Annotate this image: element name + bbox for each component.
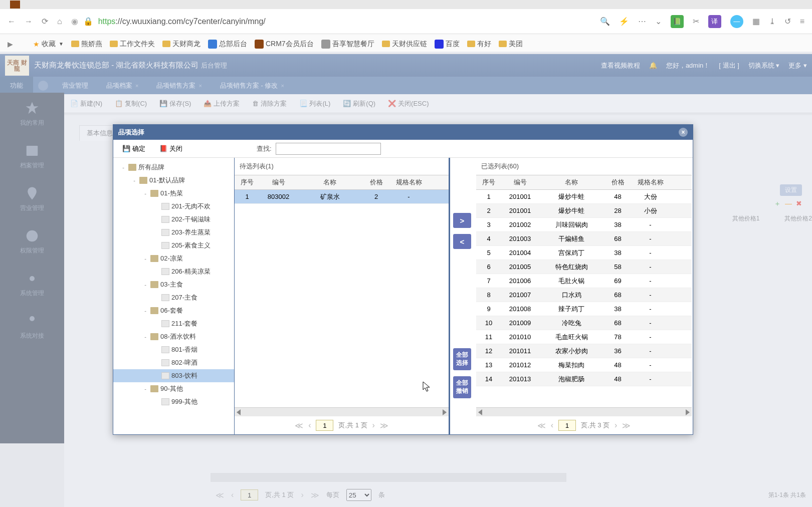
- tree-node[interactable]: 203-养生蒸菜: [113, 226, 234, 239]
- bm-1[interactable]: 工作文件夹: [110, 40, 155, 49]
- tree-node[interactable]: 202-干锅滋味: [113, 213, 234, 226]
- table-row[interactable]: 6201005特色红烧肉58-: [476, 260, 692, 274]
- bm-6[interactable]: 天财供应链: [382, 40, 427, 49]
- table-row[interactable]: 7201006毛肚火锅69-: [476, 274, 692, 288]
- favorites[interactable]: ★收藏▼: [33, 40, 64, 49]
- address-bar[interactable]: ◉ 🔒 https://cy.wuuxiang.com/cy7center/ca…: [71, 17, 591, 26]
- table-row[interactable]: 8201007口水鸡68-: [476, 288, 692, 302]
- table-row[interactable]: 12201011农家小炒肉36-: [476, 344, 692, 358]
- select-all-button[interactable]: 全部选择: [453, 348, 471, 370]
- tree-node[interactable]: 801-香烟: [113, 343, 234, 356]
- table-row[interactable]: 3201002川味回锅肉38-: [476, 218, 692, 232]
- tree-node[interactable]: 205-素食主义: [113, 239, 234, 252]
- pager-last[interactable]: ≫: [622, 421, 631, 430]
- bm-2[interactable]: 天财商龙: [162, 40, 200, 49]
- selected-grid-header: 序号 编号 名称 价格 规格名称: [476, 175, 692, 190]
- browser-toolbar: ← → ⟳ ⌂ ◉ 🔒 https://cy.wuuxiang.com/cy7c…: [0, 9, 812, 34]
- menu-icon[interactable]: ≡: [800, 17, 804, 26]
- app-icon: [208, 40, 217, 49]
- bm-4[interactable]: CRM7会员后台: [255, 40, 314, 49]
- item-select-modal: 品项选择 × 💾确定 📕关闭 查找: -所有品牌-01-默认品牌-01-热菜20…: [113, 124, 693, 435]
- modal-title: 品项选择: [118, 128, 144, 137]
- bm-5[interactable]: 吾享智慧餐厅: [321, 40, 374, 49]
- table-row[interactable]: 11201010毛血旺火锅78-: [476, 330, 692, 344]
- table-row[interactable]: 5201004宫保鸡丁38-: [476, 246, 692, 260]
- sidebar-toggle-icon[interactable]: ▶: [8, 40, 13, 48]
- ext-blue-icon[interactable]: —: [730, 15, 743, 28]
- site-info-icon[interactable]: ◉: [71, 17, 78, 26]
- tree-node[interactable]: 206-精美凉菜: [113, 265, 234, 278]
- close-button[interactable]: 📕关闭: [154, 143, 187, 155]
- table-row[interactable]: 2201001爆炒牛蛙28小份: [476, 204, 692, 218]
- tree-node[interactable]: -02-凉菜: [113, 252, 234, 265]
- tree-node[interactable]: 201-无肉不欢: [113, 200, 234, 213]
- app-icon: [435, 40, 444, 49]
- table-row[interactable]: 1201001爆炒牛蛙48大份: [476, 190, 692, 204]
- translate-icon[interactable]: 译: [708, 15, 721, 28]
- tree-node[interactable]: -01-热菜: [113, 187, 234, 200]
- pager-prev[interactable]: ‹: [308, 421, 311, 430]
- folder-icon: [499, 41, 507, 47]
- tree-node[interactable]: -08-酒水饮料: [113, 330, 234, 343]
- pending-pager: ≪ ‹ 页,共 1 页 › ≫: [235, 416, 449, 434]
- bm-3[interactable]: 总部后台: [208, 40, 247, 49]
- selected-pager: ≪ ‹ 页,共 3 页 › ≫: [476, 416, 692, 434]
- table-row[interactable]: 4201003干煸鳝鱼68-: [476, 232, 692, 246]
- folder-icon: [162, 41, 170, 47]
- h-scrollbar[interactable]: [476, 407, 692, 416]
- col-spec: 规格名称: [632, 178, 669, 187]
- table-row[interactable]: 13201012梅菜扣肉48-: [476, 358, 692, 372]
- move-left-button[interactable]: <: [453, 234, 471, 249]
- col-name: 名称: [297, 178, 362, 187]
- scissors-icon[interactable]: ✂: [693, 17, 699, 26]
- pager-first[interactable]: ≪: [295, 421, 303, 430]
- forward-icon[interactable]: →: [25, 17, 33, 26]
- tree-node[interactable]: -06-套餐: [113, 304, 234, 317]
- col-code: 编号: [501, 178, 539, 187]
- home-icon[interactable]: ⌂: [57, 17, 62, 26]
- pager-prev[interactable]: ‹: [551, 421, 553, 430]
- flash-icon[interactable]: ⚡: [619, 17, 629, 26]
- tree-node[interactable]: 999-其他: [113, 395, 234, 408]
- col-spec: 规格名称: [390, 178, 428, 187]
- table-row[interactable]: 1803002矿泉水2-: [235, 190, 449, 204]
- ext-green-icon[interactable]: 📗: [671, 15, 684, 28]
- bm-0[interactable]: 熊娇燕: [71, 40, 102, 49]
- h-scrollbar[interactable]: [235, 407, 449, 416]
- modal-close-icon[interactable]: ×: [679, 128, 688, 137]
- zoom-icon[interactable]: 🔍: [600, 17, 610, 26]
- bm-9[interactable]: 美团: [499, 40, 523, 49]
- apps-icon[interactable]: ▦: [752, 17, 760, 26]
- col-price: 价格: [362, 178, 390, 187]
- pending-list-title: 待选列表(1): [235, 158, 449, 175]
- tree-node[interactable]: 207-主食: [113, 291, 234, 304]
- bm-8[interactable]: 有好: [467, 40, 491, 49]
- reload-icon[interactable]: ⟳: [42, 17, 48, 26]
- search-input[interactable]: [276, 143, 381, 155]
- table-row[interactable]: 14201013泡椒肥肠48-: [476, 372, 692, 386]
- pager-first[interactable]: ≪: [537, 421, 546, 430]
- tree-node[interactable]: -01-默认品牌: [113, 174, 234, 187]
- page-input[interactable]: [558, 420, 576, 431]
- tree-node[interactable]: -03-主食: [113, 278, 234, 291]
- chevron-down-icon[interactable]: ⌄: [655, 17, 662, 26]
- download-icon[interactable]: ⤓: [769, 17, 775, 26]
- page-input[interactable]: [316, 420, 333, 431]
- tree-node[interactable]: 802-啤酒: [113, 356, 234, 369]
- table-row[interactable]: 9201008辣子鸡丁38-: [476, 302, 692, 316]
- table-row[interactable]: 10201009冷吃兔68-: [476, 316, 692, 330]
- pager-next[interactable]: ›: [615, 421, 617, 430]
- move-right-button[interactable]: >: [453, 213, 471, 228]
- pager-next[interactable]: ›: [372, 421, 375, 430]
- tree-node[interactable]: 211-套餐: [113, 317, 234, 330]
- history-icon[interactable]: ↺: [784, 17, 791, 26]
- ok-button[interactable]: 💾确定: [117, 143, 150, 155]
- pager-last[interactable]: ≫: [380, 421, 388, 430]
- back-icon[interactable]: ←: [8, 17, 16, 26]
- tree-node[interactable]: -90-其他: [113, 382, 234, 395]
- bm-7[interactable]: 百度: [435, 40, 460, 49]
- tree-node[interactable]: -所有品牌: [113, 161, 234, 174]
- tree-node[interactable]: 803-饮料: [113, 369, 234, 382]
- undo-all-button[interactable]: 全部撤销: [453, 376, 471, 398]
- more-icon[interactable]: ⋯: [638, 17, 646, 26]
